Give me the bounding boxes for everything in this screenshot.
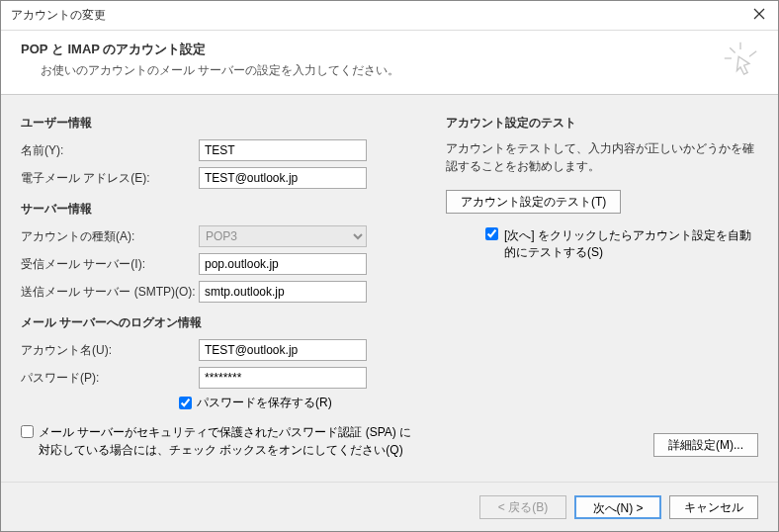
header-subtitle: お使いのアカウントのメール サーバーの設定を入力してください。 [41,62,758,79]
test-description: アカウントをテストして、入力内容が正しいかどうかを確認することをお勧めします。 [446,139,758,175]
password-label: パスワード(P): [21,370,199,387]
auto-test-label: [次へ] をクリックしたらアカウント設定を自動的にテストする(S) [504,227,758,261]
name-input[interactable] [199,139,367,161]
close-button[interactable] [752,7,770,25]
server-info-section: サーバー情報 アカウントの種類(A): POP3 受信メール サーバー(I): … [21,201,416,303]
incoming-label: 受信メール サーバー(I): [21,256,199,273]
next-button[interactable]: 次へ(N) > [574,495,661,519]
test-title: アカウント設定のテスト [446,115,758,132]
user-info-title: ユーザー情報 [21,115,416,132]
spa-checkbox[interactable] [21,425,34,438]
test-account-button[interactable]: アカウント設定のテスト(T) [446,190,621,214]
detail-settings-button[interactable]: 詳細設定(M)... [653,433,758,457]
account-type-label: アカウントの種類(A): [21,228,199,245]
left-column: ユーザー情報 名前(Y): 電子メール アドレス(E): サーバー情報 アカウン… [21,115,416,476]
dialog-title: アカウントの変更 [11,7,106,24]
dialog-window: アカウントの変更 POP と IMAP のアカウント設定 お使いのアカウントのメ… [0,0,779,532]
svg-line-4 [749,51,756,56]
password-input[interactable] [199,367,367,389]
save-password-checkbox[interactable] [179,397,192,409]
outgoing-label: 送信メール サーバー (SMTP)(O): [21,284,199,301]
save-password-label: パスワードを保存する(R) [197,395,332,411]
back-button: < 戻る(B) [479,495,566,519]
svg-line-5 [730,47,735,52]
titlebar: アカウントの変更 [1,1,778,31]
account-name-label: アカウント名(U): [21,342,199,359]
header-title: POP と IMAP のアカウント設定 [21,41,758,58]
cancel-button[interactable]: キャンセル [669,495,758,519]
email-label: 電子メール アドレス(E): [21,170,199,187]
account-type-select[interactable]: POP3 [199,225,367,247]
header: POP と IMAP のアカウント設定 お使いのアカウントのメール サーバーの設… [1,31,778,95]
account-name-input[interactable] [199,339,367,361]
logon-info-section: メール サーバーへのログオン情報 アカウント名(U): パスワード(P): パス… [21,314,416,411]
cursor-icon [723,41,758,79]
server-info-title: サーバー情報 [21,201,416,218]
incoming-input[interactable] [199,253,367,275]
logon-info-title: メール サーバーへのログオン情報 [21,314,416,331]
user-info-section: ユーザー情報 名前(Y): 電子メール アドレス(E): [21,115,416,189]
right-column: アカウント設定のテスト アカウントをテストして、入力内容が正しいかどうかを確認す… [446,115,758,476]
spa-row: メール サーバーがセキュリティで保護されたパスワード認証 (SPA) に対応して… [21,423,416,459]
outgoing-input[interactable] [199,281,367,303]
close-icon [752,7,766,21]
footer: < 戻る(B) 次へ(N) > キャンセル [1,482,778,531]
name-label: 名前(Y): [21,142,199,159]
auto-test-checkbox[interactable] [485,227,498,240]
email-input[interactable] [199,167,367,189]
spa-label: メール サーバーがセキュリティで保護されたパスワード認証 (SPA) に対応して… [39,423,416,459]
